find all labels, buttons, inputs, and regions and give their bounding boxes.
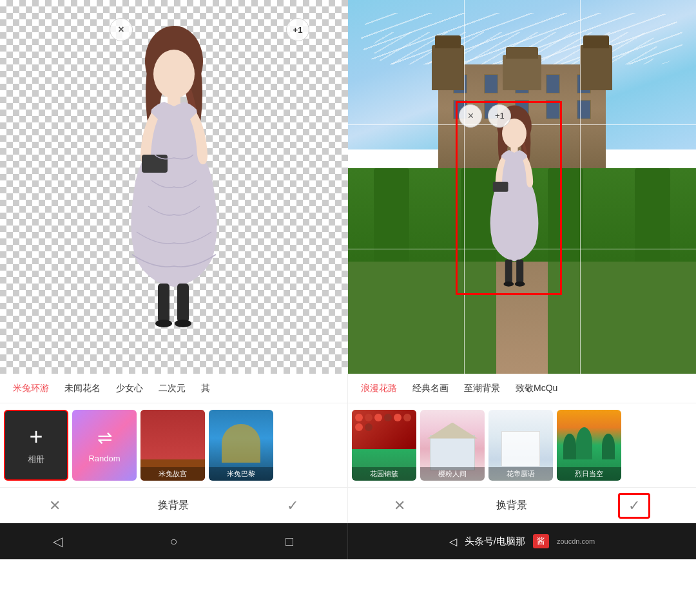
change-bg-left-label: 换背景 (158, 499, 189, 512)
thumb-migu-bali[interactable]: 米兔巴黎 (209, 410, 273, 481)
svg-point-14 (504, 282, 514, 287)
cancel-left-icon: ✕ (49, 497, 61, 514)
svg-rect-4 (158, 284, 169, 322)
tab-right-3[interactable]: 致敬McQu (508, 374, 565, 403)
thumb-hua-yuan-label: 花园锦簇 (352, 467, 416, 481)
change-bg-right-label: 换背景 (496, 499, 527, 512)
bottom-controls: 米兔环游 未闻花名 少女心 二次元 其 (0, 374, 696, 616)
thumb-fen-ren-jian[interactable]: 樱粉人间 (420, 410, 485, 481)
thumb-migu-gugong[interactable]: 米兔故宫 (140, 410, 205, 481)
plus-button-left[interactable]: +1 (286, 18, 309, 41)
plus-icon: + (29, 425, 43, 448)
action-bars-row: ✕ 换背景 ✓ ✕ 换背景 ✓ (0, 487, 696, 523)
right-thumbnail-row: 花园锦簇 樱粉人间 (348, 403, 696, 487)
thumb-fen-label: 樱粉人间 (420, 467, 485, 481)
svg-point-6 (155, 320, 172, 327)
back-button[interactable]: ◁ (39, 528, 77, 554)
right-tabs-thumbs: 浪漫花路 经典名画 至潮背景 致敬McQu (348, 374, 696, 487)
confirm-right-boxed-button[interactable]: ✓ (618, 493, 650, 519)
person-figure-left (103, 26, 245, 361)
nav-bar-row: ◁ ○ □ ◁ 头条号/电脑那 酱 zoucdn.com (0, 523, 696, 559)
confirm-left-button[interactable]: ✓ (287, 497, 298, 514)
plus-button-right[interactable]: +1 (488, 104, 511, 128)
svg-rect-5 (177, 284, 189, 322)
close-button-left[interactable]: × (110, 18, 133, 41)
right-image-panel: × +1 (348, 0, 696, 374)
left-category-tabs: 米兔环游 未闻花名 少女心 二次元 其 (0, 374, 347, 403)
thumb-lie-ri-label: 烈日当空 (557, 467, 621, 481)
left-tabs-thumbs: 米兔环游 未闻花名 少女心 二次元 其 (0, 374, 348, 487)
tabs-thumbnails-row: 米兔环游 未闻花名 少女心 二次元 其 (0, 374, 696, 487)
svg-rect-11 (493, 182, 508, 192)
tab-right-1[interactable]: 经典名画 (405, 374, 456, 403)
tab-left-3[interactable]: 二次元 (151, 374, 193, 403)
recents-icon: □ (285, 534, 293, 549)
thumb-lie-ri[interactable]: 烈日当空 (557, 410, 621, 481)
add-album-button[interactable]: + 相册 (4, 410, 68, 481)
confirm-left-icon: ✓ (287, 497, 298, 514)
cancel-right-button[interactable]: ✕ (394, 497, 405, 514)
confirm-right-icon: ✓ (628, 497, 640, 514)
tab-left-0[interactable]: 米兔环游 (5, 374, 57, 403)
cancel-right-icon: ✕ (394, 497, 405, 514)
watermark-domain: zoucdn.com (557, 537, 595, 545)
shuffle-icon: ⇌ (97, 427, 112, 448)
thumb-bali-label: 米兔巴黎 (209, 467, 273, 481)
nav-bar-left: ◁ ○ □ (0, 523, 348, 559)
svg-rect-3 (142, 155, 168, 173)
svg-point-7 (175, 320, 191, 327)
tab-right-2[interactable]: 至潮背景 (456, 374, 508, 403)
svg-rect-12 (505, 260, 512, 283)
back-icon: ◁ (53, 534, 63, 549)
app-layout: × +1 (0, 0, 696, 616)
thumb-hua-yuan[interactable]: 花园锦簇 (352, 410, 416, 481)
recents-button[interactable]: □ (270, 528, 309, 554)
tab-left-4[interactable]: 其 (193, 374, 218, 403)
person-right-overlay (463, 104, 566, 298)
svg-rect-13 (516, 260, 523, 283)
svg-point-15 (515, 282, 525, 287)
left-image-panel: × +1 (0, 0, 348, 374)
tab-left-2[interactable]: 少女心 (108, 374, 151, 403)
album-label: 相册 (28, 454, 44, 465)
home-icon: ○ (169, 534, 177, 549)
watermark-logo-box: 酱 (533, 534, 549, 548)
close-button-right[interactable]: × (459, 104, 482, 128)
home-button[interactable]: ○ (154, 528, 193, 554)
tab-left-1[interactable]: 未闻花名 (57, 374, 108, 403)
confirm-right-button[interactable]: ✓ (618, 493, 650, 519)
right-category-tabs: 浪漫花路 经典名画 至潮背景 致敬McQu (348, 374, 696, 403)
action-bar-left: ✕ 换背景 ✓ (0, 487, 348, 523)
thumb-gugong-label: 米兔故宫 (140, 467, 205, 481)
left-thumbnail-row: + 相册 ⇌ Random (0, 403, 347, 487)
nav-right-text1: ◁ (449, 535, 457, 548)
nav-bar-right: ◁ 头条号/电脑那 酱 zoucdn.com (348, 523, 696, 559)
random-button[interactable]: ⇌ Random (72, 410, 137, 481)
action-bar-right: ✕ 换背景 ✓ (348, 487, 696, 523)
tab-right-0[interactable]: 浪漫花路 (353, 374, 405, 403)
svg-point-1 (153, 50, 195, 99)
cancel-left-button[interactable]: ✕ (49, 497, 61, 514)
thumb-hua-di[interactable]: 花帝蜃语 (488, 410, 553, 481)
panels-row: × +1 (0, 0, 696, 374)
nav-right-heading: 头条号/电脑那 (465, 535, 525, 548)
thumb-hua-di-label: 花帝蜃语 (488, 467, 553, 481)
random-label: Random (88, 454, 120, 463)
